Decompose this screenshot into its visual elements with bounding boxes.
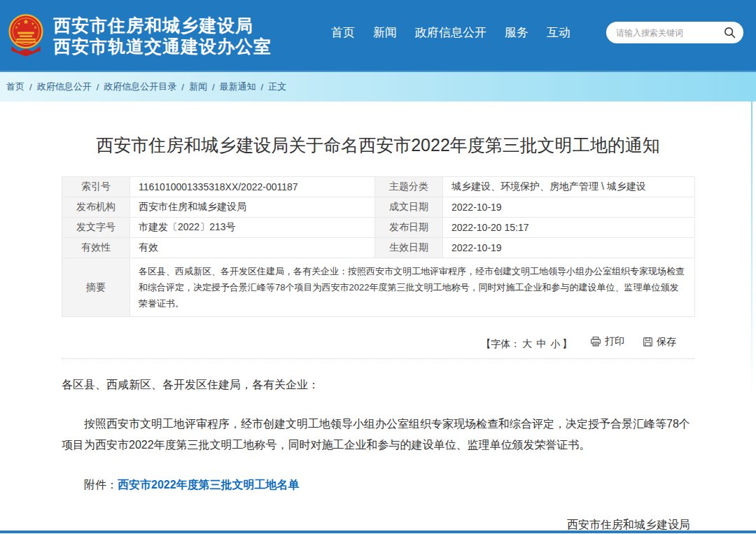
meta-value-index-no: 1161010001335318XX/2022-001187 — [130, 177, 375, 197]
meta-value-validity: 有效 — [130, 238, 375, 258]
meta-label-doc-number: 发文字号 — [62, 218, 130, 238]
meta-label-issuing-agency: 发布机构 — [62, 197, 130, 218]
save-button-label: 保存 — [657, 336, 676, 349]
page-right-border — [751, 101, 752, 395]
attachment-link[interactable]: 西安市2022年度第三批文明工地名单 — [118, 479, 300, 491]
breadcrumb-separator: / — [212, 82, 215, 92]
breadcrumb-separator: / — [181, 82, 184, 92]
search-box[interactable] — [606, 22, 743, 43]
footer-divider — [0, 531, 756, 533]
breadcrumb-item-latest-notices[interactable]: 最新通知 — [220, 80, 256, 93]
attachment-label: 附件： — [84, 479, 118, 491]
meta-label-index-no: 索引号 — [62, 177, 130, 197]
meta-label-publish-date: 发布日期 — [375, 218, 443, 238]
search-icon[interactable] — [723, 26, 736, 39]
breadcrumb-separator: / — [261, 82, 264, 92]
meta-summary-row: 摘要 各区县、西咸新区、各开发区住建局，各有关企业：按照西安市文明工地评审程序，… — [62, 258, 695, 317]
breadcrumb-item-home[interactable]: 首页 — [6, 80, 24, 93]
body-paragraph: 按照西安市文明工地评审程序，经市创建文明工地领导小组办公室组织专家现场检查和综合… — [62, 414, 694, 456]
doc-meta-table: 索引号 1161010001335318XX/2022-001187 主题分类 … — [62, 176, 695, 317]
article: 西安市住房和城乡建设局关于命名西安市2022年度第三批文明工地的通知 索引号 1… — [0, 134, 756, 534]
nav-item-interact[interactable]: 互动 — [547, 24, 570, 41]
breadcrumb-separator: / — [97, 82, 99, 92]
site-header: 西安市住房和城乡建设局 西安市轨道交通建设办公室 首页 新闻 政府信息公开 服务… — [0, 0, 756, 72]
printer-icon — [590, 336, 601, 347]
site-brand[interactable]: 西安市住房和城乡建设局 西安市轨道交通建设办公室 — [7, 13, 272, 58]
attachment-line: 附件：西安市2022年度第三批文明工地名单 — [62, 478, 694, 493]
save-button[interactable]: 保存 — [643, 336, 676, 349]
meta-label-validity: 有效性 — [62, 238, 130, 258]
site-title: 西安市住房和城乡建设局 西安市轨道交通建设办公室 — [53, 15, 272, 57]
meta-value-summary: 各区县、西咸新区、各开发区住建局，各有关企业：按照西安市文明工地评审程序，经市创… — [130, 258, 695, 317]
meta-value-doc-number: 市建发〔2022〕213号 — [130, 218, 375, 238]
font-size-label-suffix: 】 — [562, 338, 572, 349]
meta-value-effective-date: 2022-10-19 — [443, 238, 695, 258]
national-emblem-logo — [7, 13, 45, 58]
breadcrumb-item-current: 正文 — [268, 80, 286, 93]
site-title-line1: 西安市住房和城乡建设局 — [53, 15, 272, 36]
font-size-large-button[interactable]: 大 — [522, 338, 532, 349]
meta-row: 有效性 有效 生效日期 2022-10-19 — [62, 238, 695, 258]
meta-label-effective-date: 生效日期 — [375, 238, 443, 258]
main-nav: 首页 新闻 政府信息公开 服务 互动 — [331, 24, 570, 41]
meta-value-topic-category: 城乡建设、环境保护、房地产管理 \ 城乡建设 — [443, 177, 695, 197]
nav-item-services[interactable]: 服务 — [505, 24, 528, 41]
nav-item-home[interactable]: 首页 — [331, 24, 355, 41]
nav-item-gov-info[interactable]: 政府信息公开 — [415, 24, 486, 41]
article-tools: 【字体：大中小】 打印 — [62, 335, 694, 351]
meta-label-topic-category: 主题分类 — [375, 177, 443, 197]
print-button[interactable]: 打印 — [590, 335, 624, 348]
breadcrumb-item-news[interactable]: 新闻 — [189, 80, 207, 93]
meta-row: 发布机构 西安市住房和城乡建设局 成文日期 2022-10-19 — [62, 197, 695, 218]
breadcrumb-item-gov-info[interactable]: 政府信息公开 — [37, 80, 92, 93]
meta-row: 索引号 1161010001335318XX/2022-001187 主题分类 … — [62, 177, 695, 197]
nav-item-news[interactable]: 新闻 — [373, 24, 397, 41]
meta-value-written-date: 2022-10-19 — [443, 197, 695, 218]
breadcrumb: 首页 / 政府信息公开 / 政府信息公开目录 / 新闻 / 最新通知 / 正文 — [0, 72, 756, 101]
font-size-medium-button[interactable]: 中 — [536, 338, 546, 349]
page-title: 西安市住房和城乡建设局关于命名西安市2022年度第三批文明工地的通知 — [62, 134, 694, 157]
font-size-label-prefix: 【字体： — [481, 338, 520, 349]
salutation: 各区县、西咸新区、各开发区住建局，各有关企业： — [62, 374, 694, 395]
search-input[interactable] — [616, 28, 723, 38]
floppy-save-icon — [643, 337, 653, 347]
meta-value-publish-date: 2022-10-20 15:17 — [443, 218, 695, 238]
site-title-line2: 西安市轨道交通建设办公室 — [53, 36, 272, 57]
print-button-label: 打印 — [605, 335, 624, 348]
breadcrumb-item-gov-info-catalog[interactable]: 政府信息公开目录 — [104, 80, 176, 93]
meta-label-written-date: 成文日期 — [375, 197, 443, 218]
font-size-small-button[interactable]: 小 — [550, 338, 560, 349]
page: 西安市住房和城乡建设局 西安市轨道交通建设办公室 首页 新闻 政府信息公开 服务… — [0, 0, 756, 534]
breadcrumb-separator: / — [29, 82, 32, 92]
meta-value-issuing-agency: 西安市住房和城乡建设局 — [130, 197, 375, 218]
meta-row: 发文字号 市建发〔2022〕213号 发布日期 2022-10-20 15:17 — [62, 218, 695, 238]
divider-dotted — [62, 358, 694, 359]
meta-label-summary: 摘要 — [62, 258, 130, 317]
